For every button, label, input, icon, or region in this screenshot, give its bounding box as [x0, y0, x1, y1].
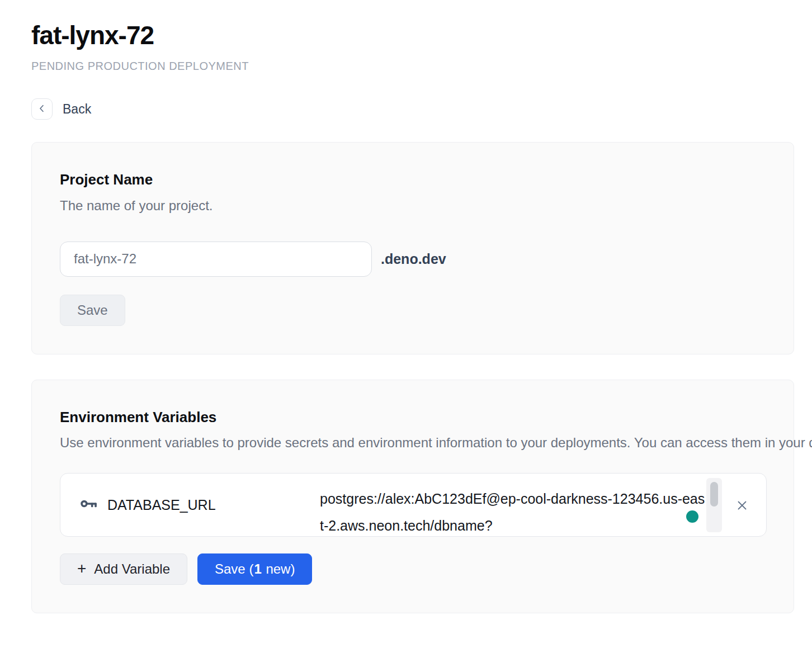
domain-suffix: .deno.dev [381, 251, 446, 267]
add-variable-label: Add Variable [94, 561, 170, 577]
key-icon [79, 494, 98, 515]
close-icon [735, 498, 749, 514]
back-label: Back [63, 102, 91, 117]
env-var-value-input[interactable]: postgres://alex:AbC123dEf@ep-cool-darkne… [320, 474, 707, 536]
env-save-count: 1 [254, 561, 261, 577]
page-title: fat-lynx-72 [31, 20, 794, 51]
value-scrollbar[interactable] [706, 478, 722, 532]
add-variable-button[interactable]: + Add Variable [60, 553, 187, 585]
back-button[interactable] [31, 98, 53, 120]
project-name-input[interactable] [60, 242, 372, 277]
env-var-name: DATABASE_URL [107, 497, 216, 513]
env-vars-heading: Environment Variables [60, 408, 766, 427]
remove-variable-button[interactable] [729, 493, 755, 519]
plus-icon: + [77, 561, 86, 576]
status-badge: PENDING PRODUCTION DEPLOYMENT [31, 60, 794, 73]
env-vars-save-button[interactable]: Save (1 new) [197, 553, 312, 585]
env-vars-actions: + Add Variable Save (1 new) [60, 553, 766, 585]
env-vars-card: Environment Variables Use environment va… [31, 380, 794, 614]
env-save-prefix: Save ( [215, 561, 253, 577]
chevron-left-icon [37, 103, 47, 115]
project-name-card: Project Name The name of your project. .… [31, 142, 794, 354]
project-name-input-row: .deno.dev [60, 242, 766, 277]
env-save-suffix: new) [262, 561, 295, 577]
project-settings-page: fat-lynx-72 PENDING PRODUCTION DEPLOYMEN… [0, 0, 812, 629]
project-name-save-button[interactable]: Save [60, 295, 125, 326]
env-vars-description-text: Use environment variables to provide sec… [60, 435, 812, 450]
value-scrollbar-thumb[interactable] [710, 482, 718, 507]
project-name-description: The name of your project. [60, 195, 731, 217]
project-name-heading: Project Name [60, 171, 766, 189]
env-var-row: DATABASE_URL postgres://alex:AbC123dEf@e… [60, 473, 767, 537]
env-vars-description: Use environment variables to provide sec… [60, 432, 731, 454]
env-var-name-cell: DATABASE_URL [60, 474, 320, 536]
back-row: Back [31, 98, 794, 120]
